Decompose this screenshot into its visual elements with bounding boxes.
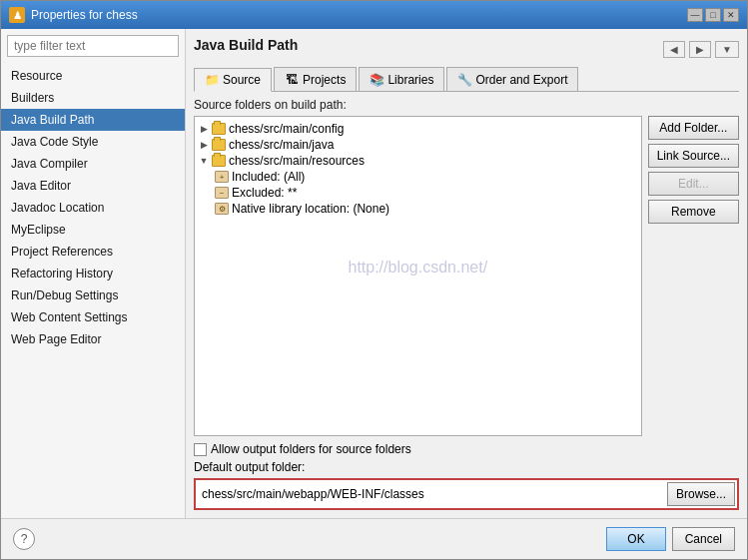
- header-row: Java Build Path ◀ ▶ ▼: [194, 37, 739, 61]
- sidebar-item-project-references[interactable]: Project References: [1, 241, 185, 263]
- allow-output-label: Allow output folders for source folders: [211, 442, 411, 456]
- back-button[interactable]: ◀: [663, 41, 685, 58]
- footer-left: ?: [13, 528, 35, 550]
- expand-icon-config[interactable]: ▶: [199, 124, 209, 134]
- sidebar-item-web-content-settings[interactable]: Web Content Settings: [1, 306, 185, 328]
- source-label: Source folders on build path:: [194, 98, 739, 112]
- tree-item-java[interactable]: ▶ chess/src/main/java: [199, 137, 637, 153]
- tab-source[interactable]: 📁 Source: [194, 68, 272, 92]
- dialog-body: Resource Builders Java Build Path Java C…: [1, 29, 747, 518]
- tree-item-label-config: chess/src/main/config: [229, 122, 344, 136]
- tree-item-label-included: Included: (All): [232, 170, 305, 184]
- tree-item-included[interactable]: + Included: (All): [215, 169, 637, 185]
- buttons-panel: Add Folder... Link Source... Edit... Rem…: [648, 116, 739, 436]
- minimize-button[interactable]: —: [687, 8, 703, 22]
- watermark: http://blog.csdn.net/: [348, 259, 487, 277]
- tree-item-label-resources: chess/src/main/resources: [229, 154, 365, 168]
- attr-icon-native: ⚙: [215, 203, 229, 215]
- bottom-area: Allow output folders for source folders …: [194, 442, 739, 510]
- sidebar-item-resource[interactable]: Resource: [1, 65, 185, 87]
- browse-button[interactable]: Browse...: [667, 482, 735, 506]
- dialog-footer: ? OK Cancel: [1, 518, 747, 559]
- sidebar-item-myeclipse[interactable]: MyEclipse: [1, 219, 185, 241]
- add-folder-button[interactable]: Add Folder...: [648, 116, 739, 140]
- sidebar-item-refactoring-history[interactable]: Refactoring History: [1, 263, 185, 284]
- nav-list: Resource Builders Java Build Path Java C…: [1, 63, 185, 518]
- sidebar-item-java-compiler[interactable]: Java Compiler: [1, 153, 185, 175]
- close-button[interactable]: ✕: [723, 8, 739, 22]
- sidebar-item-java-code-style[interactable]: Java Code Style: [1, 131, 185, 153]
- tree-item-config[interactable]: ▶ chess/src/main/config: [199, 121, 637, 137]
- folder-icon-java: [212, 139, 226, 151]
- right-panel: Java Build Path ◀ ▶ ▼ 📁 Source 🏗 Project…: [186, 29, 747, 518]
- footer-right: OK Cancel: [606, 527, 735, 551]
- source-tab-icon: 📁: [205, 73, 219, 87]
- title-bar: ♟ Properties for chess — □ ✕: [1, 1, 747, 29]
- output-folder-input[interactable]: [198, 485, 663, 503]
- header-nav: ◀ ▶ ▼: [663, 41, 739, 58]
- content-area: Source folders on build path: ▶ chess/sr…: [194, 98, 739, 510]
- tabs: 📁 Source 🏗 Projects 📚 Libraries 🔧 Order …: [194, 67, 739, 92]
- edit-button[interactable]: Edit...: [648, 172, 739, 196]
- expand-icon-resources[interactable]: ▼: [199, 156, 209, 166]
- allow-output-row: Allow output folders for source folders: [194, 442, 739, 456]
- app-icon: ♟: [9, 7, 25, 23]
- remove-button[interactable]: Remove: [648, 200, 739, 224]
- tab-order-export[interactable]: 🔧 Order and Export: [446, 67, 578, 91]
- main-content: ▶ chess/src/main/config ▶ chess/src/main…: [194, 116, 739, 436]
- tree-item-label-excluded: Excluded: **: [232, 186, 297, 200]
- folder-icon-config: [212, 123, 226, 135]
- attr-icon-included: +: [215, 171, 229, 183]
- filter-input[interactable]: [7, 35, 179, 57]
- forward-button[interactable]: ▶: [689, 41, 711, 58]
- sidebar-item-java-editor[interactable]: Java Editor: [1, 175, 185, 197]
- cancel-button[interactable]: Cancel: [672, 527, 735, 551]
- libraries-tab-icon: 📚: [370, 73, 383, 87]
- output-folder-row: Browse...: [194, 478, 739, 510]
- dropdown-button[interactable]: ▼: [715, 41, 739, 58]
- title-buttons: — □ ✕: [687, 8, 739, 22]
- expand-icon-java[interactable]: ▶: [199, 140, 209, 150]
- dialog-title: Properties for chess: [31, 8, 138, 22]
- tree-item-resources[interactable]: ▼ chess/src/main/resources: [199, 153, 637, 169]
- attr-icon-excluded: −: [215, 187, 229, 199]
- link-source-button[interactable]: Link Source...: [648, 144, 739, 168]
- ok-button[interactable]: OK: [606, 527, 665, 551]
- title-bar-left: ♟ Properties for chess: [9, 7, 138, 23]
- order-export-tab-icon: 🔧: [457, 73, 471, 87]
- sidebar-item-builders[interactable]: Builders: [1, 87, 185, 109]
- tree-item-excluded[interactable]: − Excluded: **: [215, 185, 637, 201]
- tree-item-label-native: Native library location: (None): [232, 202, 389, 216]
- left-panel: Resource Builders Java Build Path Java C…: [1, 29, 186, 518]
- sidebar-item-java-build-path[interactable]: Java Build Path: [1, 109, 185, 131]
- sidebar-item-web-page-editor[interactable]: Web Page Editor: [1, 328, 185, 350]
- projects-tab-icon: 🏗: [285, 73, 299, 87]
- tab-libraries[interactable]: 📚 Libraries: [359, 67, 444, 91]
- tree-item-label-java: chess/src/main/java: [229, 138, 334, 152]
- folder-icon-resources: [212, 155, 226, 167]
- help-button[interactable]: ?: [13, 528, 35, 550]
- tree-item-native[interactable]: ⚙ Native library location: (None): [215, 201, 637, 217]
- sidebar-item-run-debug-settings[interactable]: Run/Debug Settings: [1, 284, 185, 306]
- maximize-button[interactable]: □: [705, 8, 721, 22]
- dialog: ♟ Properties for chess — □ ✕ Resource Bu…: [0, 0, 748, 560]
- tree-area: ▶ chess/src/main/config ▶ chess/src/main…: [194, 116, 642, 436]
- output-folder-label: Default output folder:: [194, 460, 739, 474]
- tab-projects[interactable]: 🏗 Projects: [274, 67, 357, 91]
- panel-title: Java Build Path: [194, 37, 298, 53]
- sidebar-item-javadoc-location[interactable]: Javadoc Location: [1, 197, 185, 219]
- allow-output-checkbox[interactable]: [194, 443, 207, 456]
